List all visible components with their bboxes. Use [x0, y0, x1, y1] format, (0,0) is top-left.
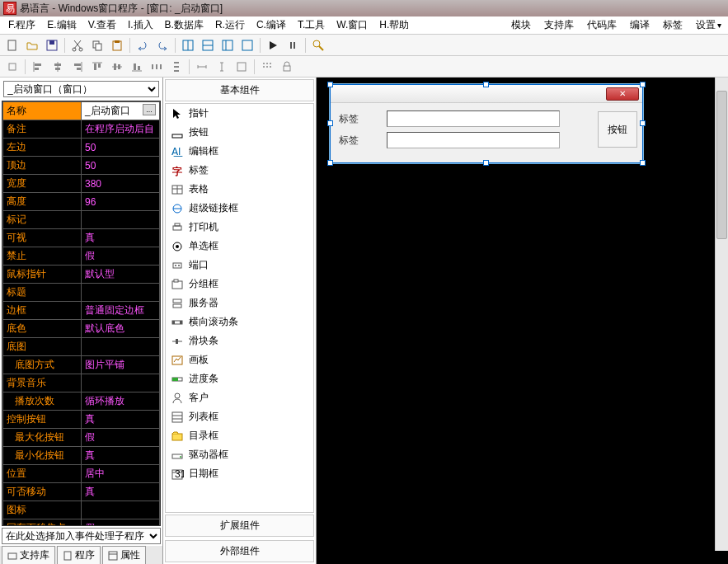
menu-view[interactable]: V.查看: [83, 16, 121, 34]
component-server[interactable]: 服务器: [166, 294, 313, 313]
component-label[interactable]: 字标签: [166, 161, 313, 180]
new-icon[interactable]: [3, 36, 21, 54]
property-value[interactable]: 假: [82, 247, 160, 266]
property-row[interactable]: 最大化按钮假: [3, 429, 160, 447]
find-icon[interactable]: [309, 36, 327, 54]
property-value[interactable]: [82, 211, 160, 229]
dist-v-icon[interactable]: [167, 58, 186, 76]
property-row[interactable]: 底图: [3, 338, 160, 356]
menu-run[interactable]: R.运行: [210, 16, 250, 34]
component-group[interactable]: 分组框: [166, 275, 313, 294]
togrid-icon[interactable]: [258, 58, 276, 76]
component-table[interactable]: 表格: [166, 180, 313, 199]
event-selector[interactable]: 在此处选择加入事件处理子程序: [2, 528, 161, 544]
align-center-icon[interactable]: [49, 58, 67, 76]
rlink-module[interactable]: 模块: [508, 16, 534, 34]
scroll-thumb[interactable]: [716, 91, 727, 239]
property-value[interactable]: [82, 284, 160, 302]
menu-compile[interactable]: C.编译: [251, 16, 291, 34]
property-value[interactable]: 真: [82, 411, 160, 429]
property-row[interactable]: 可视真: [3, 229, 160, 247]
property-value[interactable]: 50: [82, 157, 160, 175]
object-selector[interactable]: _启动窗口（窗口）: [3, 81, 159, 97]
menu-tools[interactable]: T.工具: [293, 16, 330, 34]
property-value[interactable]: 图片平铺: [82, 356, 160, 374]
resize-handle[interactable]: [327, 120, 333, 126]
property-value[interactable]: [82, 338, 160, 356]
palette-title[interactable]: 基本组件: [165, 79, 314, 101]
component-hscroll[interactable]: 横向滚动条: [166, 313, 313, 331]
property-row[interactable]: 顶边50: [3, 157, 160, 175]
property-value[interactable]: 真: [82, 447, 160, 465]
rlink-settings[interactable]: 设置▾: [693, 16, 725, 34]
property-row[interactable]: 宽度380: [3, 175, 160, 193]
property-value[interactable]: 在程序启动后自: [82, 120, 160, 139]
copy-icon[interactable]: [88, 36, 106, 54]
component-slider[interactable]: 滑块条: [166, 331, 313, 350]
align-right-icon[interactable]: [68, 58, 87, 76]
component-button[interactable]: 按钮: [166, 123, 313, 142]
menu-edit[interactable]: E.编辑: [42, 16, 81, 34]
property-row[interactable]: 位置居中: [3, 465, 160, 483]
component-printer[interactable]: 打印机: [166, 218, 313, 237]
component-link[interactable]: 超级链接框: [166, 199, 313, 218]
property-row[interactable]: 左边50: [3, 139, 160, 157]
form-button[interactable]: 按钮: [598, 111, 637, 148]
menu-program[interactable]: F.程序: [3, 16, 40, 34]
stop-icon[interactable]: [284, 36, 302, 54]
property-row[interactable]: 回车下移焦点假: [3, 519, 160, 527]
rlink-compile[interactable]: 编译: [627, 16, 653, 34]
property-row[interactable]: 备注在程序启动后自: [3, 120, 160, 139]
property-row[interactable]: 图标: [3, 501, 160, 519]
rlink-tag[interactable]: 标签: [660, 16, 686, 34]
design-area[interactable]: ✕ 标签 标签 按钮: [317, 78, 728, 564]
property-value[interactable]: 居中: [82, 465, 160, 483]
form-label-1[interactable]: 标签: [339, 112, 380, 126]
menu-help[interactable]: H.帮助: [374, 16, 414, 34]
component-client[interactable]: 客户: [166, 388, 313, 407]
run-icon[interactable]: [264, 36, 282, 54]
property-row[interactable]: 控制按钮真: [3, 411, 160, 429]
layout3-icon[interactable]: [218, 36, 237, 54]
property-value[interactable]: 普通固定边框: [82, 302, 160, 320]
property-value[interactable]: 真: [82, 483, 160, 501]
property-row[interactable]: 高度96: [3, 193, 160, 211]
property-row[interactable]: 名称_启动窗口...: [3, 102, 160, 120]
form-titlebar[interactable]: ✕: [331, 85, 642, 103]
component-listbox[interactable]: 列表框: [166, 407, 313, 426]
menu-database[interactable]: B.数据库: [160, 16, 209, 34]
event-select[interactable]: 在此处选择加入事件处理子程序: [2, 528, 161, 544]
component-canvas[interactable]: 画板: [166, 350, 313, 369]
resize-handle[interactable]: [640, 82, 646, 87]
rlink-codelib[interactable]: 代码库: [584, 16, 620, 34]
component-radio[interactable]: 单选框: [166, 237, 313, 256]
property-value[interactable]: 假: [82, 429, 160, 447]
property-row[interactable]: 可否移动真: [3, 483, 160, 501]
property-row[interactable]: 最小化按钮真: [3, 447, 160, 465]
object-select[interactable]: _启动窗口（窗口）: [3, 81, 159, 97]
open-icon[interactable]: [23, 36, 41, 54]
property-row[interactable]: 禁止假: [3, 247, 160, 266]
save-icon[interactable]: [43, 36, 61, 54]
resize-handle[interactable]: [483, 160, 489, 166]
layout4-icon[interactable]: [238, 36, 256, 54]
property-value[interactable]: 默认型: [82, 266, 160, 284]
form-input-2[interactable]: [387, 132, 560, 148]
resize-handle[interactable]: [327, 160, 333, 166]
resize-handle[interactable]: [483, 82, 489, 87]
property-row[interactable]: 标记: [3, 211, 160, 229]
property-row[interactable]: 边框普通固定边框: [3, 302, 160, 320]
palette-external[interactable]: 外部组件: [165, 540, 314, 562]
align-middle-icon[interactable]: [108, 58, 126, 76]
property-value[interactable]: [82, 374, 160, 392]
samesize-icon[interactable]: [232, 58, 251, 76]
design-scroll-v[interactable]: [715, 78, 728, 551]
menu-insert[interactable]: I.插入: [123, 16, 158, 34]
resize-handle[interactable]: [640, 160, 646, 166]
component-drive[interactable]: 驱动器框: [166, 445, 313, 464]
resize-handle[interactable]: [640, 120, 646, 126]
ellipsis-button[interactable]: ...: [143, 104, 156, 115]
tofront-icon[interactable]: [3, 58, 21, 76]
component-progress[interactable]: 进度条: [166, 369, 313, 388]
tab-properties[interactable]: 属性: [102, 546, 146, 564]
